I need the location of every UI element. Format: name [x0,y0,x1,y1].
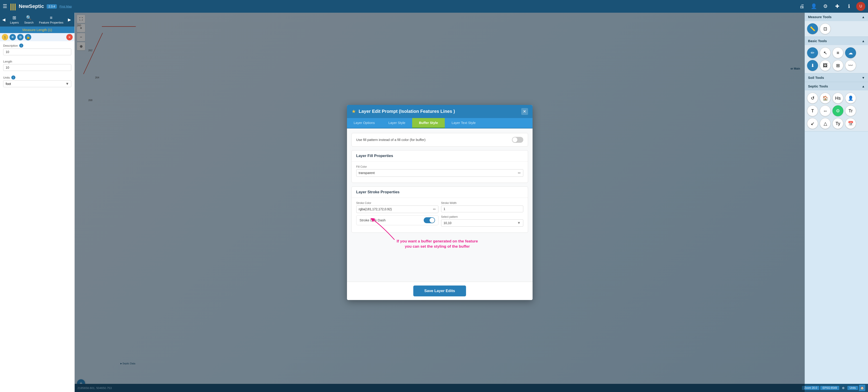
basic-tools-title: Basic Tools [808,39,827,43]
feature-properties-icon: ≡ [50,15,53,20]
grid-tool-btn[interactable]: ⊞ [833,60,843,71]
select-pattern-field: Select pattern 10,10 ▼ [441,215,523,227]
measure-tools-toggle-icon: ▲ [862,15,865,19]
measure-tools-body: 📏 ⊡ [805,21,868,36]
septic-tool-11[interactable]: Ty [833,118,843,129]
stroke-color-label: Stroke Color [356,201,438,205]
modal-close-btn[interactable]: ✕ [521,108,528,115]
stroke-color-value: rgba(181,172,172,0.92) [359,207,433,211]
septic-tool-3[interactable]: Hs [833,93,843,104]
save-layer-edits-btn[interactable]: Save Layer Edits [413,285,466,297]
cloud-upload-btn[interactable]: ☁ [845,47,856,58]
basic-tools-section: Basic Tools ▲ ✏ ↖ ≡ ☁ ⬇ 🖼 ⊞ 〰 [805,37,868,74]
status-gear-icon[interactable]: ⚙ [840,385,846,391]
stroke-dash-toggle-row: Stroke Line Dash [356,215,438,225]
layer-close-btn[interactable]: ✕ [66,34,73,40]
septic-tools-title: Septic Tools [808,84,828,88]
measure-tool-btn-1[interactable]: 📏 [807,23,818,34]
status-bar-right: Zoom 20.0 EPSG:6549 ⚙ Units 🏠 [802,385,865,391]
modal-title: Layer Edit Prompt (Isolation Features Li… [359,109,519,114]
epsg-badge: EPSG:6549 [820,386,839,390]
cloud-download-btn[interactable]: ⬇ [807,60,818,71]
search-tab-label: Search [24,21,33,24]
septic-tool-10[interactable]: △ [820,118,831,129]
layer-settings-btn[interactable]: ⚙ [17,34,24,40]
septic-tool-2[interactable]: 🏠 [820,93,831,104]
septic-tool-4[interactable]: 👤 [845,93,856,104]
edit-tool-btn[interactable]: ✏ [807,47,818,58]
septic-tool-1[interactable]: ↺ [807,93,818,104]
units-info-icon[interactable]: i [11,76,16,80]
nav-back-arrow[interactable]: ◀ [1,16,7,23]
tab-layer-options[interactable]: Layer Options [347,118,381,128]
layer-visibility-btn[interactable]: 👁 [9,34,16,40]
select-tool-btn[interactable]: ↖ [820,47,831,58]
layers-icon: ⊞ [12,15,16,20]
annotation-arrow-svg [370,218,397,241]
image-tool-btn[interactable]: 🖼 [820,60,831,71]
status-home-btn[interactable]: 🏠 [859,385,865,391]
sidebar-item-layers[interactable]: ⊞ Layers [8,14,21,25]
basic-tools-header[interactable]: Basic Tools ▲ [805,37,868,45]
septic-tool-7[interactable]: ⚙ [833,105,843,116]
pattern-dropdown-icon[interactable]: ▼ [517,221,521,225]
stroke-color-edit-icon[interactable]: ✏ [433,207,436,212]
form-section: Description i [0,41,74,58]
select-pattern-label: Select pattern [441,215,523,218]
tools-icon[interactable]: ✚ [833,2,842,11]
sidebar-item-feature-properties[interactable]: ≡ Feature Properties [37,14,66,25]
modal-tabs: Layer Options Layer Style Buffer Style L… [347,118,533,129]
wave-tool-btn[interactable]: 〰 [845,60,856,71]
measure-tools-header[interactable]: Measure Tools ▲ [805,13,868,21]
fill-pattern-toggle[interactable] [512,137,523,143]
soil-tools-header[interactable]: Soil Tools ▼ [805,74,868,82]
app-logo: ||| [10,2,16,11]
list-tool-btn[interactable]: ≡ [833,47,843,58]
stroke-color-field: Stroke Color rgba(181,172,172,0.92) ✏ [356,201,438,213]
measure-tools-title: Measure Tools [808,15,832,19]
stroke-section-header: Layer Stroke Properties [352,187,528,198]
septic-tool-9[interactable]: ↙ [807,118,818,129]
settings-icon[interactable]: ⚙ [821,2,830,11]
info-icon[interactable]: ℹ [844,2,854,11]
avatar[interactable]: U [856,2,865,11]
nav-tabs: ◀ ⊞ Layers 🔍 Search ≡ Feature Properties… [0,13,74,27]
annotation-text: If you want a buffer generated on the fe… [397,239,478,250]
measure-tool-btn-2[interactable]: ⊡ [820,23,831,34]
layer-number-btn[interactable]: 1 [2,34,8,40]
septic-tool-5[interactable]: T [807,105,818,116]
septic-tool-12[interactable]: 📅 [845,118,856,129]
septic-tools-toggle-icon: ▲ [862,85,865,88]
units-select[interactable]: foot meter yard mile [3,80,71,87]
print-icon[interactable]: 🖨 [797,2,806,11]
length-input[interactable] [3,64,71,71]
description-input[interactable] [3,49,71,55]
fill-color-edit-icon[interactable]: ✏ [518,171,521,175]
search-icon: 🔍 [26,15,32,20]
map-area[interactable]: ⛶ + − ⊕ 262 264 268 260 er Main ►Septic … [75,13,805,392]
units-badge[interactable]: Units [847,386,858,390]
tab-buffer-style[interactable]: Buffer Style [412,118,445,128]
first-map-link[interactable]: First Map [60,5,72,8]
description-info-icon[interactable]: i [19,44,23,48]
septic-tool-6[interactable]: ↔ [820,105,831,116]
fill-color-value: transparent [359,171,518,175]
select-pattern-input-row: 10,10 ▼ [441,219,523,227]
user-location-icon[interactable]: 👤 [809,2,818,11]
layer-lock-btn[interactable]: 🔒 [25,34,31,40]
nav-forward-arrow[interactable]: ▶ [66,16,72,23]
sidebar-item-search[interactable]: 🔍 Search [22,14,36,25]
septic-tool-8[interactable]: Tr [845,105,856,116]
modal-overlay: ★ Layer Edit Prompt (Isolation Features … [75,13,805,392]
stroke-dash-toggle[interactable] [424,217,435,223]
septic-tools-header[interactable]: Septic Tools ▲ [805,82,868,90]
tab-layer-text-style[interactable]: Layer Text Style [445,118,482,128]
length-label: Length [3,60,71,63]
tab-layer-style[interactable]: Layer Style [381,118,412,128]
layers-tab-label: Layers [10,21,19,24]
hamburger-icon[interactable]: ☰ [3,3,7,9]
fill-properties-card: Layer Fill Properties Fill Color transpa… [351,150,528,183]
measure-bar: Measure Length (1) [0,27,74,33]
annotation-container: If you want a buffer generated on the fe… [397,239,478,250]
main-layout: ◀ ⊞ Layers 🔍 Search ≡ Feature Properties… [0,13,868,392]
